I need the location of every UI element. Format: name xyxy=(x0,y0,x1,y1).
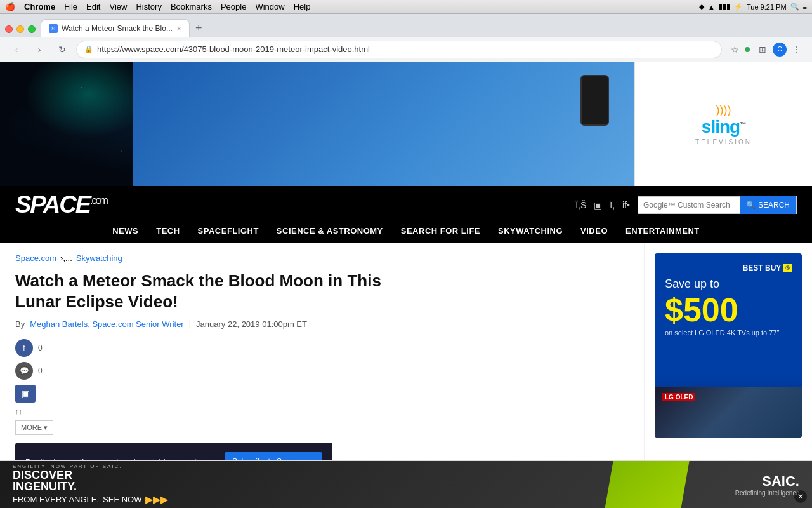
article-title: Watch a Meteor Smack the Blood Moon in T… xyxy=(15,271,383,312)
time-display: Tue 9:21 PM xyxy=(747,3,787,11)
byline-separator: | xyxy=(189,319,191,329)
search-menu-icon[interactable]: 🔍 xyxy=(790,3,799,11)
bluetooth-icon: ⚡ xyxy=(734,3,743,11)
breadcrumb-sep1: ›,... xyxy=(60,253,72,263)
more-share-button[interactable]: MORE ▾ xyxy=(15,420,53,435)
nav-link-news[interactable]: NEWS xyxy=(112,226,138,236)
saic-tagline-text: Redefining Intelligence xyxy=(735,490,799,497)
nav-icon-4[interactable]: if• xyxy=(622,200,630,210)
back-button[interactable]: ‹ xyxy=(8,41,25,58)
social-row-2: 💬 0 xyxy=(15,362,629,380)
nav-icon-1[interactable]: Ï,Š xyxy=(575,200,586,210)
close-window-button[interactable] xyxy=(5,25,13,33)
site-search-input[interactable] xyxy=(638,197,740,213)
saic-seenow-text: SEE NOW xyxy=(103,495,141,504)
nav-link-spaceflight[interactable]: SPACEFLIGHT xyxy=(198,226,259,236)
nav-link-skywatching[interactable]: SKYWATCHING xyxy=(498,226,563,236)
search-icon: 🔍 xyxy=(746,201,756,210)
reload-button[interactable]: ↻ xyxy=(53,41,71,58)
ad-close-button[interactable]: ✕ xyxy=(794,490,807,503)
nav-icons: Ï,Š ▣ Ï, if• 🔍 SEARCH xyxy=(575,196,797,214)
nav-link-entertainment[interactable]: ENTERTAINMENT xyxy=(625,226,700,236)
saic-discover-text: DISCOVER xyxy=(13,469,168,481)
menu-file[interactable]: File xyxy=(64,2,77,11)
more-share-icons: ↑↑ xyxy=(15,408,22,415)
best-buy-ad[interactable]: BEST BUY ® Save up to $500 on select LG … xyxy=(655,253,802,438)
bookmark-star-icon[interactable]: ☆ xyxy=(727,42,742,57)
profile-button[interactable]: C xyxy=(773,43,787,57)
nav-link-tech[interactable]: TECH xyxy=(156,226,180,236)
chrome-address-bar: ‹ › ↻ 🔒 https://www.space.com/43075-bloo… xyxy=(0,37,812,62)
menu-history[interactable]: History xyxy=(136,2,161,11)
comment-count: 0 xyxy=(38,366,43,375)
saic-logo-area: SAIC. Redefining Intelligence xyxy=(735,473,799,497)
nav-link-video[interactable]: VIDEO xyxy=(580,226,608,236)
facebook-share-button[interactable]: f xyxy=(15,339,33,357)
active-tab[interactable]: S Watch a Meteor Smack the Blo... × xyxy=(41,19,190,37)
minimize-window-button[interactable] xyxy=(16,25,24,33)
social-row-more: MORE ▾ xyxy=(15,420,629,435)
site-nav-links: NEWS TECH SPACEFLIGHT SCIENCE & ASTRONOM… xyxy=(112,224,700,238)
window-controls xyxy=(5,25,36,37)
site-navigation: SPACE.com Ï,Š ▣ Ï, if• 🔍 SEARCH NEWS TEC… xyxy=(0,186,812,243)
saic-ad[interactable]: ENGILITY. NOW PART OF SAIC. DISCOVER ING… xyxy=(0,461,812,509)
best-buy-price: $500 xyxy=(665,293,792,326)
battery-icon: ▮▮▮ xyxy=(719,3,730,11)
nav-icon-3[interactable]: Ï, xyxy=(610,200,615,210)
tab-close-button[interactable]: × xyxy=(176,23,181,34)
macos-menu-bar: 🍎 Chrome File Edit View History Bookmark… xyxy=(0,0,812,14)
share-count: 0 xyxy=(38,344,43,352)
menu-view[interactable]: View xyxy=(109,2,127,11)
chrome-menu-icon[interactable]: ⋮ xyxy=(789,42,804,57)
address-bar-right: ☆ ⊞ C ⋮ xyxy=(727,42,804,57)
sling-ad-banner[interactable]: )))) sling™ TELEVISION xyxy=(634,62,812,186)
site-search-button[interactable]: 🔍 SEARCH xyxy=(740,196,796,214)
menu-edit[interactable]: Edit xyxy=(86,2,100,11)
sling-logo: sling™ xyxy=(702,117,745,137)
extension-icon[interactable]: ⊞ xyxy=(755,42,770,57)
menu-people[interactable]: People xyxy=(221,2,246,11)
tab-favicon: S xyxy=(49,24,58,33)
wifi-icon: ▲ xyxy=(708,3,715,11)
breadcrumb-section[interactable]: Skywatching xyxy=(76,253,122,263)
best-buy-save-text: Save up to xyxy=(665,277,792,291)
tab-title: Watch a Meteor Smack the Blo... xyxy=(62,24,173,33)
forward-button[interactable]: › xyxy=(30,41,48,58)
apple-menu[interactable]: 🍎 xyxy=(5,2,15,11)
social-share-area: f 0 💬 0 ▣ ↑↑ MORE ▾ xyxy=(15,339,629,435)
comment-button[interactable]: 💬 xyxy=(15,362,33,380)
maximize-window-button[interactable] xyxy=(28,25,36,33)
menu-bar-left: 🍎 Chrome File Edit View History Bookmark… xyxy=(5,2,310,11)
breadcrumb-home[interactable]: Space.com xyxy=(15,253,56,263)
space-logo[interactable]: SPACE.com xyxy=(15,191,107,218)
page-content: )))) sling™ TELEVISION SPACE.com Ï,Š ▣ Ï… xyxy=(0,62,812,508)
nav-icon-2[interactable]: ▣ xyxy=(594,200,602,210)
menu-bookmarks[interactable]: Bookmarks xyxy=(171,2,212,11)
top-ad-area: )))) sling™ TELEVISION xyxy=(133,62,812,186)
social-row-3: ▣ xyxy=(15,385,629,403)
best-buy-logo: BEST BUY ® xyxy=(665,264,792,272)
menu-bar-right: ◆ ▲ ▮▮▮ ⚡ Tue 9:21 PM 🔍 ≡ xyxy=(699,3,807,11)
nav-link-search-life[interactable]: SEARCH FOR LIFE xyxy=(401,226,480,236)
new-tab-button[interactable]: + xyxy=(190,19,207,37)
nav-link-science[interactable]: SCIENCE & ASTRONOMY xyxy=(277,226,383,236)
ad-banner-left[interactable] xyxy=(133,62,634,186)
ad-phone-image xyxy=(580,75,609,126)
saic-text-content: ENGILITY. NOW PART OF SAIC. DISCOVER ING… xyxy=(13,464,168,505)
article-byline: By Meghan Bartels, Space.com Senior Writ… xyxy=(15,319,629,329)
menu-window[interactable]: Window xyxy=(255,2,284,11)
byline-prefix: By xyxy=(15,319,25,329)
best-buy-tv-image: LG OLED xyxy=(655,374,802,438)
site-search-box[interactable]: 🔍 SEARCH xyxy=(638,196,797,214)
saic-ingenuity-text: INGENUITY. xyxy=(13,481,168,492)
flipboard-button[interactable]: ▣ xyxy=(15,385,36,403)
notifications-icon[interactable]: ≡ xyxy=(803,3,807,11)
saic-logo-text: SAIC. xyxy=(735,473,799,490)
byline-author[interactable]: Meghan Bartels, Space.com Senior Writer xyxy=(30,319,184,329)
menu-help[interactable]: Help xyxy=(294,2,311,11)
chrome-tab-bar: S Watch a Meteor Smack the Blo... × + xyxy=(0,14,812,37)
status-icons: ◆ ▲ ▮▮▮ ⚡ Tue 9:21 PM 🔍 ≡ xyxy=(699,3,807,11)
breadcrumb: Space.com ›,... Skywatching xyxy=(15,253,629,263)
menu-chrome[interactable]: Chrome xyxy=(24,2,55,11)
url-bar[interactable]: 🔒 https://www.space.com/43075-blood-moon… xyxy=(76,41,722,58)
